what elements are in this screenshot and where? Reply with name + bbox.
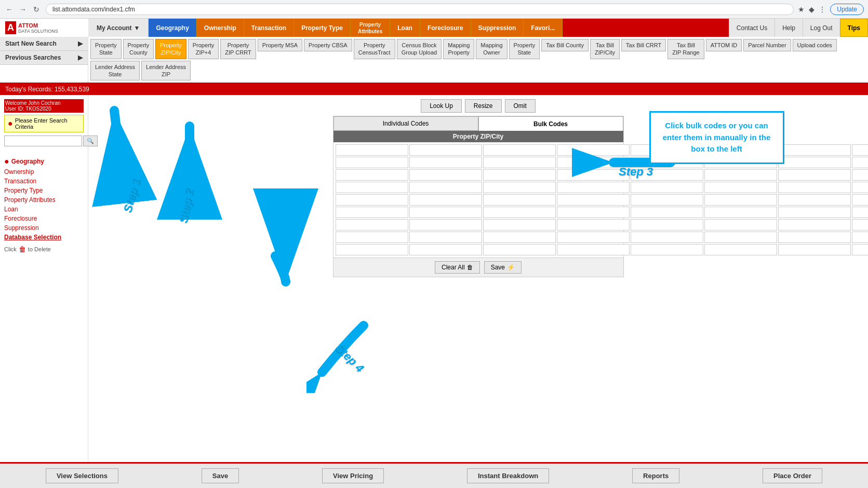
sub-nav-property-county[interactable]: PropertyCounty [123, 39, 154, 59]
bulk-cell-0-2[interactable] [483, 144, 556, 156]
db-selection-link[interactable]: Database Selection [4, 234, 84, 241]
bulk-cell-5-0[interactable] [336, 207, 408, 218]
bulk-cell-6-1[interactable] [409, 219, 482, 231]
clear-all-btn[interactable]: Clear All 🗑 [435, 261, 480, 274]
sub-nav-upload-codes[interactable]: Upload codes [793, 39, 837, 51]
bulk-cell-4-5[interactable] [704, 194, 777, 206]
bulk-cell-2-5[interactable] [704, 169, 777, 181]
sidebar-search-input[interactable] [4, 135, 82, 146]
bulk-cell-0-6[interactable] [778, 144, 851, 156]
bulk-cell-2-3[interactable] [557, 169, 630, 181]
help-btn[interactable]: Help [774, 19, 803, 37]
view-pricing-btn[interactable]: View Pricing [322, 468, 384, 483]
bulk-cell-1-6[interactable] [778, 157, 851, 168]
sub-nav-lender-addr-zip[interactable]: Lender AddressZIP [141, 61, 191, 81]
tab-property-type[interactable]: Property Type [294, 19, 351, 37]
bulk-cell-6-2[interactable] [483, 219, 556, 231]
bulk-cell-3-6[interactable] [778, 182, 851, 193]
bulk-cell-5-1[interactable] [409, 207, 482, 218]
sub-nav-property-zip4[interactable]: PropertyZIP+4 [188, 39, 219, 59]
bulk-cell-8-5[interactable] [704, 244, 777, 255]
tab-bulk-codes[interactable]: Bulk Codes [478, 116, 623, 131]
bulk-cell-0-0[interactable] [336, 144, 408, 156]
bulk-cell-0-3[interactable] [557, 144, 630, 156]
bulk-cell-3-5[interactable] [704, 182, 777, 193]
bulk-cell-8-4[interactable] [631, 244, 703, 255]
log-out-btn[interactable]: Log Out [803, 19, 840, 37]
bulk-cell-0-7[interactable] [852, 144, 869, 156]
bulk-cell-3-1[interactable] [409, 182, 482, 193]
bulk-cell-1-3[interactable] [557, 157, 630, 168]
bulk-cell-6-4[interactable] [631, 219, 703, 231]
sub-nav-parcel-number[interactable]: Parcel Number [743, 39, 791, 51]
lookup-btn[interactable]: Look Up [421, 99, 462, 113]
bulk-cell-6-6[interactable] [778, 219, 851, 231]
bulk-cell-0-1[interactable] [409, 144, 482, 156]
sidebar-link-transaction[interactable]: Transaction [4, 178, 84, 185]
tab-transaction[interactable]: Transaction [244, 19, 294, 37]
bulk-cell-3-0[interactable] [336, 182, 408, 193]
bulk-cell-2-0[interactable] [336, 169, 408, 181]
sidebar-link-ownership[interactable]: Ownership [4, 168, 84, 175]
previous-searches-btn[interactable]: Previous Searches ▶ [0, 51, 88, 65]
bulk-cell-7-0[interactable] [336, 232, 408, 243]
save-btn[interactable]: Save ⚡ [484, 261, 522, 274]
tab-favorites[interactable]: Favori... [524, 19, 563, 37]
bulk-cell-8-7[interactable] [852, 244, 869, 255]
bulk-cell-1-2[interactable] [483, 157, 556, 168]
forward-btn[interactable]: → [18, 4, 28, 15]
bulk-cell-1-0[interactable] [336, 157, 408, 168]
bulk-cell-8-3[interactable] [557, 244, 630, 255]
bulk-cell-2-6[interactable] [778, 169, 851, 181]
sub-nav-property-zip-city[interactable]: PropertyZIP/City [155, 39, 186, 59]
reports-btn[interactable]: Reports [632, 468, 679, 483]
update-button[interactable]: Update [830, 4, 864, 15]
sub-nav-tax-bill-county[interactable]: Tax Bill County [541, 39, 589, 51]
bulk-cell-6-7[interactable] [852, 219, 869, 231]
bulk-cell-5-6[interactable] [778, 207, 851, 218]
bulk-cell-5-4[interactable] [631, 207, 703, 218]
sub-nav-mapping-owner[interactable]: MappingOwner [476, 39, 507, 59]
tab-ownership[interactable]: Ownership [197, 19, 244, 37]
bulk-cell-7-7[interactable] [852, 232, 869, 243]
bulk-cell-4-0[interactable] [336, 194, 408, 206]
bulk-cell-4-6[interactable] [778, 194, 851, 206]
sub-nav-tax-bill-crrt[interactable]: Tax Bill CRRT [621, 39, 666, 51]
bulk-cell-6-3[interactable] [557, 219, 630, 231]
bulk-cell-7-1[interactable] [409, 232, 482, 243]
sub-nav-mapping-property[interactable]: MappingProperty [443, 39, 474, 59]
bulk-cell-4-1[interactable] [409, 194, 482, 206]
tips-btn[interactable]: Tips [840, 19, 868, 37]
address-bar[interactable]: list.attomdata.com/index1.cfm [46, 4, 794, 15]
bulk-cell-2-4[interactable] [631, 169, 703, 181]
bulk-cell-8-6[interactable] [778, 244, 851, 255]
bulk-cell-4-2[interactable] [483, 194, 556, 206]
bulk-cell-8-0[interactable] [336, 244, 408, 255]
sub-nav-tax-bill-zip-range[interactable]: Tax BillZIP Range [667, 39, 704, 59]
sidebar-link-loan[interactable]: Loan [4, 206, 84, 213]
bulk-cell-7-3[interactable] [557, 232, 630, 243]
resize-btn[interactable]: Resize [465, 99, 502, 113]
bulk-cell-2-2[interactable] [483, 169, 556, 181]
sidebar-link-suppression[interactable]: Suppression [4, 224, 84, 232]
bulk-cell-2-7[interactable] [852, 169, 869, 181]
bottom-save-btn[interactable]: Save [202, 468, 239, 483]
bulk-cell-6-0[interactable] [336, 219, 408, 231]
bulk-cell-2-1[interactable] [409, 169, 482, 181]
start-new-search-btn[interactable]: Start New Search ▶ [0, 37, 88, 51]
view-selections-btn[interactable]: View Selections [46, 468, 118, 483]
bulk-cell-3-4[interactable] [631, 182, 703, 193]
tab-foreclosure[interactable]: Foreclosure [420, 19, 471, 37]
tab-geography[interactable]: Geography [149, 19, 196, 37]
tab-property-attr[interactable]: PropertyAttributes [351, 19, 390, 37]
sub-nav-property-cbsa[interactable]: Property CBSA [304, 39, 352, 51]
bulk-cell-4-4[interactable] [631, 194, 703, 206]
sidebar-link-property-type[interactable]: Property Type [4, 187, 84, 194]
tab-loan[interactable]: Loan [390, 19, 420, 37]
bulk-cell-5-3[interactable] [557, 207, 630, 218]
sub-nav-attom-id[interactable]: ATTOM ID [706, 39, 742, 51]
bulk-cell-3-2[interactable] [483, 182, 556, 193]
sub-nav-property-zip-crrt[interactable]: PropertyZIP CRRT [220, 39, 256, 59]
sidebar-link-property-attributes[interactable]: Property Attributes [4, 196, 84, 204]
bulk-cell-6-5[interactable] [704, 219, 777, 231]
